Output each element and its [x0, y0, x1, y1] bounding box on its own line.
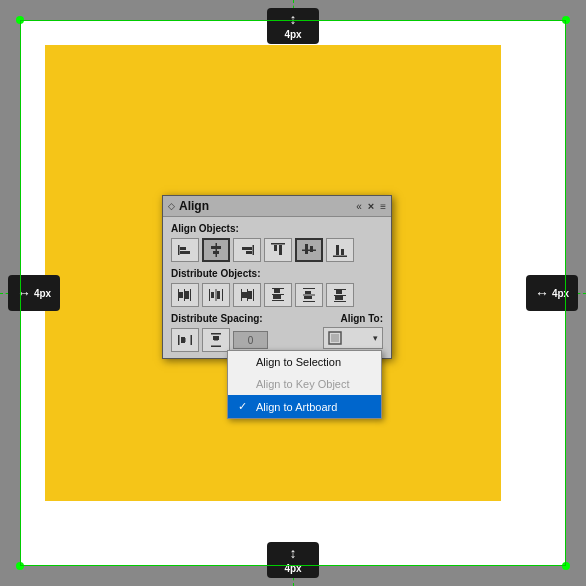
canvas: ↕ 4px ↕ 4px ↔ 4px ↔ 4px ◇ Align « × ≡ [0, 0, 586, 586]
svg-rect-57 [331, 334, 339, 342]
svg-rect-47 [335, 296, 343, 300]
svg-rect-22 [185, 291, 189, 299]
align-to-label: Align To: [340, 313, 383, 324]
dist-h-spacing-button[interactable] [171, 328, 199, 352]
svg-rect-27 [217, 291, 220, 299]
svg-rect-0 [178, 245, 180, 255]
arrow-left-symbol: ↔ [17, 286, 31, 300]
dist-bottom-edges-button[interactable] [326, 283, 354, 307]
arrow-top-symbol: ↕ [290, 12, 297, 26]
svg-rect-40 [303, 301, 315, 302]
svg-rect-10 [274, 245, 277, 251]
svg-rect-48 [178, 335, 180, 345]
check-mark-selection [238, 356, 250, 368]
svg-rect-45 [334, 301, 346, 302]
svg-rect-55 [214, 340, 218, 341]
svg-rect-37 [273, 295, 281, 299]
svg-rect-12 [302, 250, 316, 252]
svg-rect-31 [241, 292, 247, 298]
arrow-left: ↔ 4px [8, 275, 60, 311]
svg-rect-4 [211, 246, 221, 249]
align-center-h-button[interactable] [202, 238, 230, 262]
svg-rect-38 [303, 288, 315, 289]
svg-rect-36 [274, 289, 280, 293]
svg-rect-3 [216, 243, 218, 257]
svg-rect-43 [334, 289, 346, 290]
handle-top-left [16, 16, 24, 24]
svg-rect-34 [272, 294, 284, 295]
svg-rect-19 [184, 289, 185, 301]
svg-rect-49 [191, 335, 193, 345]
svg-rect-30 [253, 289, 254, 301]
dist-v-spacing-button[interactable] [202, 328, 230, 352]
arrow-bottom-symbol: ↕ [290, 546, 297, 560]
dist-center-v-button[interactable] [295, 283, 323, 307]
svg-rect-35 [272, 300, 284, 301]
arrow-right: ↔ 4px [526, 275, 578, 311]
svg-rect-2 [180, 251, 190, 254]
align-to-dropdown[interactable]: ▾ Align to Selection Align to Key Object [323, 327, 383, 349]
align-to-key-object-label: Align to Key Object [256, 378, 350, 390]
svg-rect-41 [305, 291, 311, 294]
svg-rect-50 [181, 337, 185, 343]
align-top-button[interactable] [264, 238, 292, 262]
svg-rect-32 [247, 291, 252, 299]
dist-center-h-button[interactable] [202, 283, 230, 307]
handle-top-right [562, 16, 570, 24]
spacing-input[interactable] [233, 331, 268, 349]
svg-rect-1 [180, 247, 186, 250]
handle-bottom-left [16, 562, 24, 570]
arrow-right-label: 4px [552, 288, 569, 299]
svg-rect-39 [303, 295, 315, 296]
svg-rect-25 [222, 289, 223, 301]
svg-rect-16 [336, 245, 339, 255]
align-objects-label: Align Objects: [171, 223, 383, 234]
svg-rect-52 [211, 333, 221, 335]
dropdown-item-align-to-artboard[interactable]: ✓ Align to Artboard [228, 395, 381, 418]
arrow-top-label: 4px [284, 29, 301, 40]
panel-menu-button[interactable]: ≡ [380, 201, 386, 212]
svg-rect-54 [213, 336, 219, 340]
svg-rect-5 [213, 251, 219, 254]
arrow-left-label: 4px [34, 288, 51, 299]
svg-rect-8 [246, 251, 252, 254]
svg-rect-53 [211, 346, 221, 348]
svg-rect-11 [279, 245, 282, 255]
dropdown-item-align-to-selection[interactable]: Align to Selection [228, 351, 381, 373]
svg-rect-15 [333, 256, 347, 258]
dist-left-edges-button[interactable] [171, 283, 199, 307]
svg-rect-24 [216, 289, 217, 301]
svg-rect-21 [179, 292, 183, 298]
dropdown-arrow: ▾ [373, 333, 378, 343]
handle-bottom-right [562, 562, 570, 570]
panel-title: Align [179, 199, 209, 213]
panel-close-button[interactable]: × [368, 200, 374, 212]
panel-title-left: ◇ Align [168, 199, 209, 213]
svg-rect-9 [271, 243, 285, 245]
align-to-section: Align To: ▾ [303, 313, 383, 349]
align-bottom-button[interactable] [326, 238, 354, 262]
panel-body: Align Objects: [163, 217, 391, 358]
svg-rect-20 [190, 289, 191, 301]
bottom-section: Distribute Spacing: [171, 313, 383, 352]
panel-titlebar: ◇ Align « × ≡ [163, 196, 391, 217]
spacing-section: Distribute Spacing: [171, 313, 303, 352]
align-center-v-button[interactable] [295, 238, 323, 262]
artboard-dropdown-icon [328, 331, 342, 345]
align-to-artboard-label: Align to Artboard [256, 401, 337, 413]
dropdown-item-align-to-key-object: Align to Key Object [228, 373, 381, 395]
svg-rect-51 [185, 338, 186, 342]
svg-rect-42 [304, 296, 312, 299]
dist-top-edges-button[interactable] [264, 283, 292, 307]
svg-rect-44 [334, 295, 346, 296]
svg-rect-18 [178, 289, 179, 301]
align-right-button[interactable] [233, 238, 261, 262]
panel-collapse-button[interactable]: « [356, 201, 362, 212]
svg-rect-17 [341, 249, 344, 255]
align-left-button[interactable] [171, 238, 199, 262]
svg-rect-33 [272, 288, 284, 289]
svg-rect-6 [253, 245, 255, 255]
dist-right-edges-button[interactable] [233, 283, 261, 307]
check-mark-key-object [238, 378, 250, 390]
align-panel-icon: ◇ [168, 201, 175, 211]
